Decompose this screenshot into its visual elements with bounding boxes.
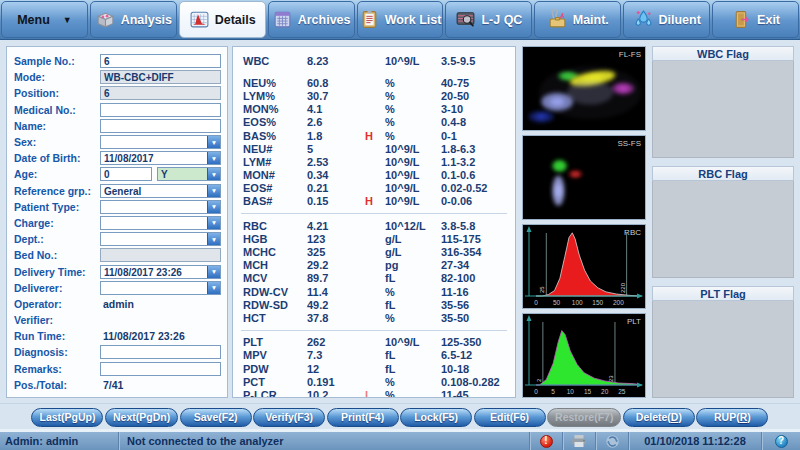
param-range: 11-45 — [441, 389, 507, 398]
field-mode-label: Mode: — [14, 71, 100, 83]
field-mode-input — [100, 70, 221, 84]
result-row-bas: BAS#0.15H10^9/L0-0.06 — [243, 195, 507, 208]
field-sample-no-input[interactable] — [100, 54, 221, 68]
field-dept-label: Dept.: — [14, 233, 100, 245]
field-name-field — [100, 119, 221, 133]
rbc-flag-header: RBC Flag — [652, 166, 794, 181]
param-range: 0.4-8 — [441, 116, 507, 128]
patient-info-panel: Sample No.:Mode:Position:Medical No.:Nam… — [6, 46, 228, 398]
chevron-down-icon[interactable]: ▼ — [207, 233, 220, 245]
comm-status[interactable] — [596, 432, 628, 450]
tab-analysis[interactable]: Analysis — [90, 1, 177, 38]
param-unit: 10^9/L — [385, 143, 441, 155]
chevron-down-icon[interactable]: ▼ — [207, 201, 220, 213]
form-row-patient-type: Patient Type:▼ — [7, 199, 227, 215]
param-name: LYM% — [243, 90, 307, 102]
rup-r-button[interactable]: RUP(R) — [696, 408, 768, 427]
field-sex-select[interactable]: ▼ — [100, 135, 221, 149]
svg-text:100: 100 — [572, 299, 583, 306]
param-value: 8.23 — [307, 55, 365, 67]
tab-l-j-qc[interactable]: L-J QC — [445, 1, 532, 38]
lock-f5-button[interactable]: Lock(F5) — [400, 408, 472, 427]
last-pgup-button[interactable]: Last(PgUp) — [31, 408, 103, 427]
param-value: 89.7 — [307, 272, 365, 284]
status-message: Not connected to the analyzer — [119, 432, 529, 450]
tab-exit[interactable]: Exit — [712, 1, 799, 38]
param-name: MPV — [243, 349, 307, 361]
param-value: 4.21 — [307, 220, 365, 232]
chevron-down-icon[interactable]: ▼ — [207, 152, 220, 164]
error-icon[interactable]: ! — [540, 435, 553, 448]
field-age-input[interactable] — [100, 167, 152, 181]
delete-d-button[interactable]: Delete(D) — [623, 408, 695, 427]
form-row-mode: Mode: — [7, 69, 227, 85]
tab-archives[interactable]: Archives — [268, 1, 355, 38]
form-row-medical-no: Medical No.: — [7, 102, 227, 118]
field-name-input[interactable] — [100, 119, 221, 133]
param-range: 3.5-9.5 — [441, 55, 507, 67]
chevron-down-icon[interactable]: ▼ — [207, 217, 220, 229]
status-bar: Admin: admin Not connected to the analyz… — [0, 432, 800, 450]
param-name: MON# — [243, 169, 307, 181]
field-age-unit-select[interactable]: Y▼ — [157, 167, 221, 181]
analysis-icon — [95, 9, 116, 30]
result-row-rbc: RBC4.2110^12/L3.8-5.8 — [243, 219, 507, 232]
field-position-label: Position: — [14, 87, 100, 99]
param-name: NEU% — [243, 77, 307, 89]
chevron-down-icon[interactable]: ▼ — [207, 136, 220, 148]
tab-label: Diluent — [659, 13, 701, 27]
tab-details[interactable]: Details — [179, 1, 266, 38]
field-reference-grp-select[interactable]: General▼ — [100, 184, 221, 198]
chevron-down-icon[interactable]: ▼ — [207, 168, 220, 180]
param-value: 262 — [307, 336, 365, 348]
param-range: 0-0.06 — [441, 195, 507, 207]
param-name: RBC — [243, 220, 307, 232]
field-charge-select[interactable]: ▼ — [100, 216, 221, 230]
field-deliverer-select[interactable]: ▼ — [100, 281, 221, 295]
chevron-down-icon[interactable]: ▼ — [207, 266, 220, 278]
param-range: 316-354 — [441, 246, 507, 258]
field-medical-no-input[interactable] — [100, 103, 221, 117]
result-row-lym: LYM%30.7%20-50 — [243, 89, 507, 102]
result-row-rdw-cv: RDW-CV11.4%11-16 — [243, 285, 507, 298]
param-unit: 10^9/L — [385, 182, 441, 194]
diluent-icon — [633, 9, 654, 30]
next-pgdn-button[interactable]: Next(PgDn) — [105, 408, 178, 427]
menu-button[interactable]: Menu ▼ — [1, 1, 88, 38]
param-name: MON% — [243, 103, 307, 115]
field-delivery-time-select[interactable]: 11/08/2017 23:26▼ — [100, 265, 221, 279]
param-unit: 10^9/L — [385, 195, 441, 207]
form-row-dept: Dept.:▼ — [7, 231, 227, 247]
printer-status[interactable] — [563, 432, 595, 450]
field-diagnosis-input[interactable] — [100, 345, 221, 359]
form-row-reference-grp: Reference grp.:General▼ — [7, 183, 227, 199]
result-row-rdw-sd: RDW-SD49.2fL35-56 — [243, 298, 507, 311]
field-dept-select[interactable]: ▼ — [100, 232, 221, 246]
param-unit: fL — [385, 299, 441, 311]
results-panel: WBC8.2310^9/L3.5-9.5NEU%60.8%40-75LYM%30… — [232, 46, 516, 398]
rbc-histogram: 25220050100150200RBC — [522, 224, 646, 309]
param-range: 0.108-0.282 — [441, 376, 507, 388]
chevron-down-icon[interactable]: ▼ — [207, 185, 220, 197]
field-date-of-birth-select[interactable]: 11/08/2017▼ — [100, 151, 221, 165]
field-sample-no-label: Sample No.: — [14, 55, 100, 67]
param-unit: g/L — [385, 246, 441, 258]
edit-f6-button[interactable]: Edit(F6) — [474, 408, 546, 427]
tab-maint[interactable]: Maint. — [534, 1, 621, 38]
form-row-diagnosis: Diagnosis: — [7, 344, 227, 360]
param-flag: H — [365, 195, 385, 207]
verify-f3-button[interactable]: Verify(F3) — [253, 408, 325, 427]
form-row-charge: Charge:▼ — [7, 215, 227, 231]
param-value: 325 — [307, 246, 365, 258]
print-f4-button[interactable]: Print(F4) — [327, 408, 399, 427]
field-patient-type-select[interactable]: ▼ — [100, 200, 221, 214]
tab-label: L-J QC — [481, 13, 522, 27]
svg-text:50: 50 — [553, 299, 561, 306]
field-remarks-input[interactable] — [100, 362, 221, 376]
help-icon[interactable]: ? — [775, 435, 788, 448]
status-user: Admin: admin — [0, 432, 118, 450]
tab-diluent[interactable]: Diluent — [623, 1, 710, 38]
save-f2-button[interactable]: Save(F2) — [180, 408, 252, 427]
tab-work-list[interactable]: Work List — [357, 1, 444, 38]
chevron-down-icon[interactable]: ▼ — [207, 282, 220, 294]
